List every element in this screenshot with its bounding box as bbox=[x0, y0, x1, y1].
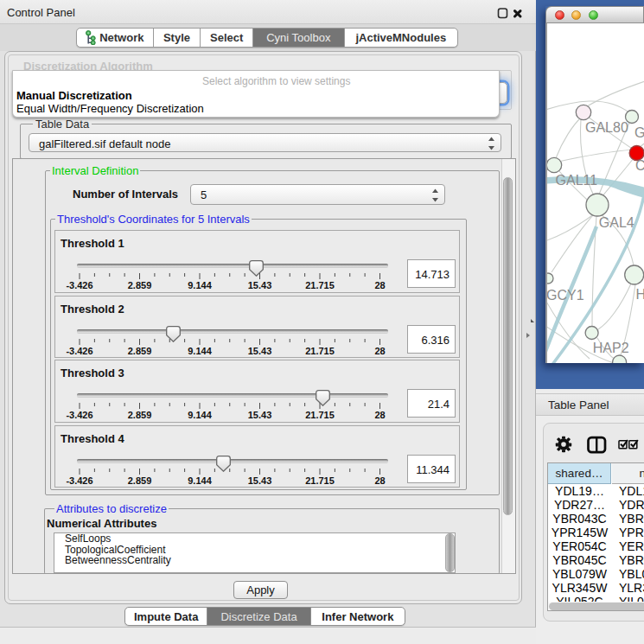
svg-text:C: C bbox=[635, 158, 644, 173]
svg-text:HAP2: HAP2 bbox=[593, 341, 629, 355]
svg-text:GA: GA bbox=[634, 125, 644, 140]
svg-text:GAL11: GAL11 bbox=[556, 173, 598, 188]
svg-text:GAL4: GAL4 bbox=[599, 215, 634, 230]
svg-text:H: H bbox=[636, 287, 644, 302]
svg-text:GCY1: GCY1 bbox=[547, 288, 584, 303]
svg-text:GAL80: GAL80 bbox=[585, 120, 628, 135]
